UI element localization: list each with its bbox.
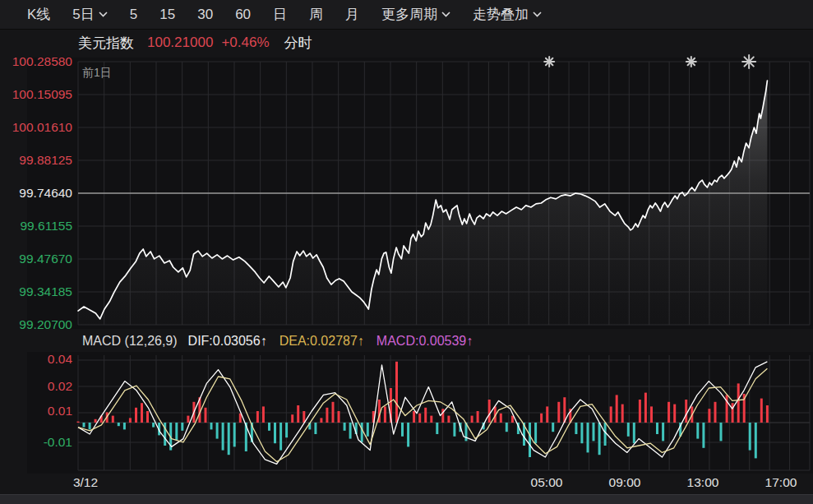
price-axis-label: 99.61155 bbox=[0, 219, 72, 234]
macd-axis-label: 0.01 bbox=[0, 404, 72, 418]
macd-hist-bar bbox=[320, 418, 322, 423]
macd-hist-bar bbox=[477, 411, 479, 423]
macd-hist-bar bbox=[401, 423, 404, 437]
macd-hist-bar bbox=[575, 423, 577, 434]
macd-hist-bar bbox=[291, 414, 293, 423]
time-axis-label: 05:00 bbox=[531, 475, 563, 490]
macd-hist-bar bbox=[627, 423, 630, 437]
macd-hist-bar bbox=[152, 423, 155, 428]
macd-hist-bar bbox=[511, 416, 514, 423]
macd-hist-bar bbox=[187, 416, 189, 423]
macd-hist-bar bbox=[430, 416, 432, 423]
macd-hist-bar bbox=[407, 423, 409, 446]
macd-hist-bar bbox=[621, 405, 624, 423]
macd-hist-bar bbox=[760, 399, 763, 423]
macd-hist-bar bbox=[552, 423, 554, 432]
macd-hist-bar bbox=[685, 400, 687, 423]
macd-dea-value: DEA:0.02787↑ bbox=[279, 334, 364, 349]
macd-hist-bar bbox=[135, 408, 137, 423]
macd-hist-bar bbox=[424, 408, 427, 423]
chart-canvas[interactable] bbox=[0, 0, 813, 504]
bottom-panel-edge bbox=[0, 494, 813, 504]
macd-hist-bar bbox=[726, 395, 728, 423]
time-axis-label: 17:00 bbox=[765, 475, 797, 490]
macd-hist-bar bbox=[274, 423, 276, 443]
time-axis-label: 09:00 bbox=[609, 475, 641, 490]
price-axis-label: 100.15095 bbox=[0, 87, 72, 102]
macd-hist-bar bbox=[534, 423, 537, 443]
macd-hist-bar bbox=[314, 423, 316, 434]
macd-hist-bar bbox=[616, 395, 618, 423]
macd-hist-bar bbox=[279, 423, 282, 451]
macd-hist-bar bbox=[580, 423, 583, 443]
macd-hist-bar bbox=[338, 411, 340, 423]
macd-hist-bar bbox=[737, 383, 740, 423]
macd-hist-bar bbox=[667, 402, 670, 423]
macd-hist-bar bbox=[766, 405, 769, 423]
price-axis-label: 99.20700 bbox=[0, 317, 72, 332]
macd-hist-bar bbox=[471, 416, 473, 423]
macd-hist-bar bbox=[256, 411, 259, 423]
macd-hist-bar bbox=[662, 423, 664, 441]
price-axis-label: 100.01610 bbox=[0, 120, 72, 135]
macd-hist-bar bbox=[447, 416, 450, 423]
price-axis-label: 99.34185 bbox=[0, 284, 72, 299]
macd-hist-bar bbox=[205, 408, 207, 423]
macd-hist-bar bbox=[83, 423, 85, 428]
macd-hist-bar bbox=[344, 423, 346, 431]
macd-hist-bar bbox=[644, 393, 647, 423]
macd-hist-bar bbox=[529, 423, 531, 457]
macd-hist-bar bbox=[123, 423, 126, 429]
macd-hist-bar bbox=[453, 423, 455, 437]
macd-hist-bar bbox=[557, 402, 560, 423]
macd-title: MACD (12,26,9) bbox=[82, 334, 178, 349]
macd-hist-bar bbox=[418, 414, 421, 423]
macd-hist-bar bbox=[332, 402, 335, 423]
macd-hist-bar bbox=[175, 423, 178, 440]
event-marker-icon[interactable] bbox=[544, 57, 554, 67]
macd-hist-bar bbox=[598, 423, 601, 455]
macd-dif-value: DIF:0.03056↑ bbox=[188, 334, 267, 349]
macd-hist-bar bbox=[702, 423, 704, 448]
macd-hist-bar bbox=[361, 423, 363, 442]
macd-hist-bar bbox=[720, 423, 723, 441]
macd-hist-bar bbox=[546, 406, 548, 423]
macd-hist-bar bbox=[262, 406, 265, 423]
macd-hist-bar bbox=[216, 423, 219, 439]
macd-hist-bar bbox=[587, 423, 589, 452]
macd-hist-bar bbox=[749, 423, 751, 451]
macd-macd-value: MACD:0.00539↑ bbox=[376, 334, 473, 349]
macd-axis-label: 0.02 bbox=[0, 379, 72, 394]
macd-hist-bar bbox=[349, 423, 352, 439]
macd-axis-label: 0.04 bbox=[0, 352, 72, 367]
macd-hist-bar bbox=[367, 423, 369, 437]
macd-hist-bar bbox=[506, 423, 508, 432]
macd-hist-bar bbox=[285, 423, 288, 437]
macd-hist-bar bbox=[610, 406, 612, 423]
macd-hist-bar bbox=[326, 408, 328, 423]
macd-hist-bar bbox=[604, 423, 607, 446]
time-axis-label: 3/12 bbox=[73, 475, 98, 490]
macd-hist-bar bbox=[540, 414, 543, 423]
macd-hist-bar bbox=[228, 423, 230, 455]
macd-hist-bar bbox=[673, 405, 676, 423]
macd-hist-bar bbox=[436, 423, 438, 434]
macd-hist-bar bbox=[141, 403, 143, 423]
macd-axis-label: -0.01 bbox=[0, 435, 72, 450]
event-marker-icon[interactable] bbox=[686, 57, 696, 67]
macd-hist-bar bbox=[714, 402, 717, 423]
macd-hist-bar bbox=[146, 411, 149, 423]
macd-hist-bar bbox=[222, 423, 224, 451]
macd-hist-bar bbox=[77, 422, 80, 423]
event-marker-icon[interactable] bbox=[742, 55, 755, 68]
macd-hist-bar bbox=[650, 406, 653, 423]
prev-day-label: 前1日 bbox=[82, 66, 112, 81]
macd-hist-bar bbox=[210, 423, 213, 429]
macd-hist-bar bbox=[732, 403, 734, 423]
time-axis-label: 13:00 bbox=[687, 475, 719, 490]
macd-hist-bar bbox=[384, 406, 386, 423]
macd-hist-bar bbox=[181, 423, 183, 431]
macd-hist-bar bbox=[708, 409, 710, 423]
macd-hist-bar bbox=[89, 423, 91, 429]
macd-hist-bar bbox=[95, 419, 97, 423]
